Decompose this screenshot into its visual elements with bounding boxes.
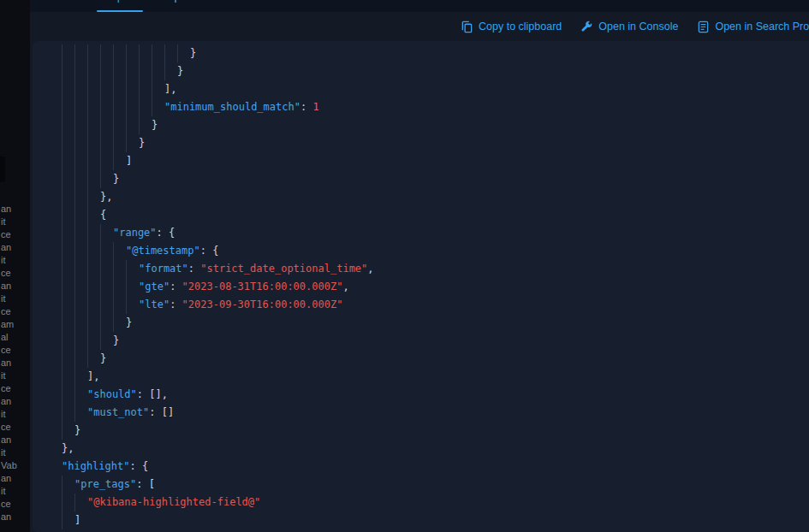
indent-guide [126,62,139,80]
indent-guide [74,224,87,242]
background-text-fragment: ce [1,499,30,509]
indent-guide [126,116,139,134]
indent-guide [74,260,87,278]
background-overlay: anitceanitceanitceamalceanitceanitceanit… [0,0,30,532]
background-text-fragment: it [1,255,30,265]
tab-request[interactable]: Request [97,0,143,12]
indent-guide [74,98,87,116]
indent-guide [100,170,113,188]
open-in-search-profiler-button[interactable]: Open in Search Profiler [697,21,809,33]
indent-guide [87,314,100,332]
indent-guide [152,62,164,80]
indent-guide [100,134,113,152]
indent-guide [113,296,126,314]
indent-guide [62,224,74,242]
open-in-search-profiler-label: Open in Search Profiler [715,21,809,33]
indent-guide [62,332,74,350]
code-line: }, [62,188,809,206]
code-line: } [62,422,809,440]
indent-guide [87,224,100,242]
indent-guide [126,278,139,296]
indent-guide [74,314,87,332]
indent-guide [62,188,74,206]
indent-guide [62,206,74,224]
indent-guide [62,350,74,368]
code-line: } [62,314,809,332]
indent-guide [62,80,74,98]
code-line: "@kibana-highlighted-field@" [62,494,809,511]
background-text-fragment: it [1,293,30,304]
indent-guide [87,278,100,296]
open-in-console-button[interactable]: Open in Console [580,21,678,33]
indent-guide [177,44,190,62]
actions-bar: Copy to clipboard Open in Console Open i… [461,18,809,35]
indent-guide [62,368,74,386]
indent-guide [87,242,100,260]
indent-guide [74,134,87,152]
indent-guide [152,80,164,98]
indent-guide [126,296,139,314]
indent-guide [62,152,74,170]
code-line: "pre_tags": [ [62,476,809,494]
indent-guide [87,44,100,62]
background-text-fragment: ce [1,422,30,432]
indent-guide [100,242,113,260]
indent-guide [100,44,113,62]
request-code-block[interactable]: }}],"minimum_should_match": 1}}]}},{"ran… [33,41,809,532]
tab-response[interactable]: Response [152,0,207,12]
copy-icon [461,21,473,33]
indent-guide [74,80,87,98]
indent-guide [100,62,113,80]
indent-guide [74,386,87,404]
code-line: ] [62,511,809,529]
indent-guide [100,116,113,134]
indent-guide [100,224,113,242]
code-line: "highlight": { [62,458,809,476]
background-text-fragment: an [1,511,30,522]
indent-guide [87,80,100,98]
indent-guide [100,80,113,98]
background-text-fragment: ce [1,345,30,355]
background-text-fragment: it [1,409,30,419]
indent-guide [62,314,74,332]
indent-guide [113,260,126,278]
code-line: "format": "strict_date_optional_time", [62,260,809,278]
indent-guide [87,152,100,170]
indent-guide [74,62,87,80]
indent-guide [74,296,87,314]
indent-guide [62,116,74,134]
indent-guide [87,188,100,206]
background-text-fragment: ce [1,306,30,316]
indent-guide [74,116,87,134]
indent-guide [62,134,74,152]
code-line: } [62,332,809,350]
code-line: ], [62,368,809,386]
tab-response-label: Response [154,0,205,2]
code-line: "gte": "2023-08-31T16:00:00.000Z", [62,278,809,296]
indent-guide [139,44,152,62]
request-code: }}],"minimum_should_match": 1}}]}},{"ran… [62,44,809,529]
indent-guide [74,332,87,350]
code-line: } [62,350,809,368]
indent-guide [100,314,113,332]
indent-guide [126,98,139,116]
indent-guide [62,278,74,296]
background-scrollbar-thumb [0,157,5,182]
background-text-fragment: ce [1,229,30,239]
indent-guide [62,511,74,529]
copy-to-clipboard-button[interactable]: Copy to clipboard [461,21,562,33]
inspect-panel: Request Response Copy to clipboard Open … [30,0,809,532]
indent-guide [139,62,152,80]
code-line: "@timestamp": { [62,242,809,260]
indent-guide [87,260,100,278]
indent-guide [100,296,113,314]
tabs-bar: Request Response [30,0,809,12]
indent-guide [87,62,100,80]
indent-guide [74,170,87,188]
indent-guide [126,260,139,278]
background-text-fragment: it [1,486,30,496]
indent-guide [152,44,164,62]
indent-guide [100,152,113,170]
indent-guide [62,476,74,494]
indent-guide [113,278,126,296]
